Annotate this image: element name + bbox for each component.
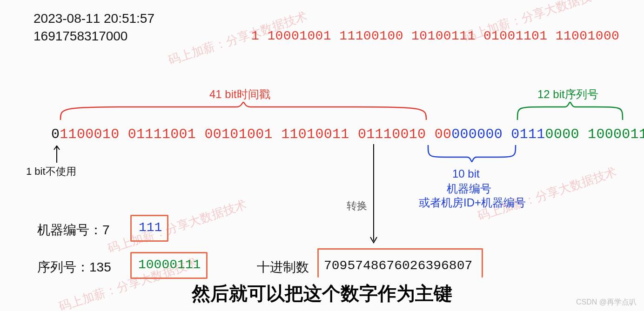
bit-sign: 0 — [51, 126, 60, 142]
watermark: 码上加薪：分享大数据技术 — [476, 164, 619, 225]
csdn-credit: CSDN @再学点叭 — [576, 298, 637, 307]
seq-bin: 10000111 — [138, 258, 201, 272]
brace-timestamp — [60, 101, 427, 124]
sequence-row: 序列号：135 — [37, 258, 111, 276]
arrow-sign-bit — [52, 143, 61, 164]
bit-sequence: 0000 10000111 — [545, 126, 644, 142]
seq-label: 序列号： — [37, 260, 89, 274]
bit-timestamp: 1100010 01111001 00101001 11010011 01110… — [60, 126, 451, 142]
machine-bin: 111 — [139, 220, 162, 235]
epoch-ms: 1691758317000 — [34, 29, 127, 44]
convert-label: 转换 — [347, 199, 367, 213]
epoch-binary: 1 10001001 11100100 10100111 01001101 11… — [251, 29, 619, 43]
machine-label: 机器编号： — [37, 223, 102, 237]
datetime: 2023-08-11 20:51:57 — [34, 11, 154, 26]
arrow-convert — [369, 144, 378, 246]
brace-machine — [427, 143, 517, 165]
decnum-label: 十进制数 — [257, 258, 309, 276]
machine-bits-l3: 或者机房ID+机器编号 — [419, 195, 526, 210]
bit-machine: 000000 0111 — [451, 126, 545, 142]
decnum: 7095748676026396807 — [324, 258, 472, 273]
subtitle-caption: 然后就可以把这个数字作为主键 — [0, 281, 644, 306]
watermark: 码上加薪：分享大数据技术 — [106, 197, 249, 257]
machine-row: 机器编号：7 — [37, 221, 110, 239]
machine-bits-title: 10 bit — [452, 167, 480, 180]
machine-dec: 7 — [102, 223, 110, 237]
unused-label: 1 bit不使用 — [26, 165, 76, 179]
timestamp-label: 41 bit时间戳 — [209, 87, 270, 102]
brace-sequence — [517, 101, 624, 124]
snowflake-bits: 01100010 01111001 00101001 11010011 0111… — [51, 126, 644, 142]
seq-dec: 135 — [89, 260, 111, 274]
sequence-label: 12 bit序列号 — [537, 87, 598, 102]
machine-bits-l2: 机器编号 — [447, 181, 491, 196]
